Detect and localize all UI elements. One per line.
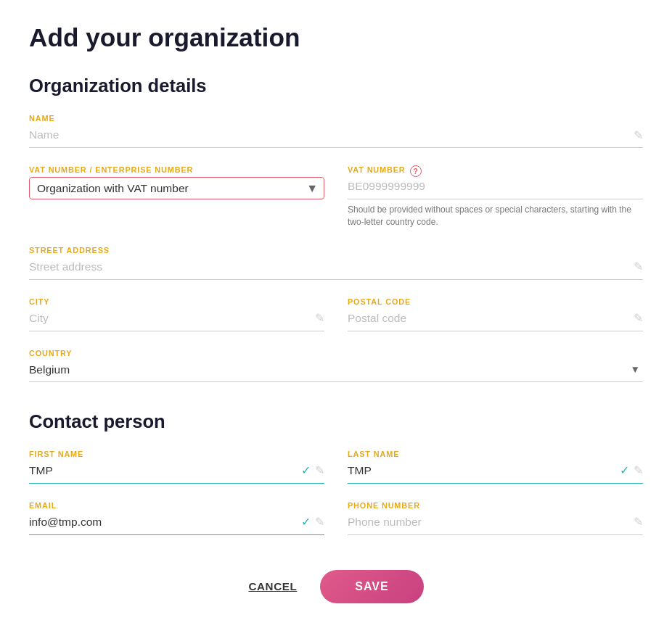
vat-number-help-icon[interactable]: ? <box>410 165 422 177</box>
street-address-field-row: STREET ADDRESS <box>29 246 643 280</box>
email-edit-icon <box>315 515 324 529</box>
phone-input[interactable] <box>348 513 629 532</box>
cancel-button[interactable]: CANCEL <box>248 580 297 592</box>
vat-enterprise-label: VAT NUMBER / ENTERPRISE NUMBER <box>29 165 324 174</box>
city-input-wrapper <box>29 309 324 331</box>
phone-input-wrapper <box>348 513 643 535</box>
last-name-input[interactable] <box>348 461 615 480</box>
street-address-label: STREET ADDRESS <box>29 246 643 255</box>
vat-enterprise-row: VAT NUMBER / ENTERPRISE NUMBER Organizat… <box>29 165 643 228</box>
first-name-input[interactable] <box>29 461 297 480</box>
vat-enterprise-select[interactable]: Organization with VAT number Organizatio… <box>37 182 316 194</box>
postal-code-col: POSTAL CODE <box>348 297 643 331</box>
organization-details-heading: Organization details <box>29 75 643 96</box>
name-input-wrapper <box>29 125 643 148</box>
organization-details-section: Organization details NAME VAT NUMBER / E… <box>29 75 643 382</box>
postal-code-input-wrapper <box>348 309 643 331</box>
email-check-icon <box>301 515 311 529</box>
last-name-edit-icon <box>634 463 643 477</box>
country-label: COUNTRY <box>29 349 643 358</box>
vat-number-label: VAT NUMBER <box>348 165 406 174</box>
city-edit-icon <box>315 311 324 325</box>
postal-code-edit-icon <box>634 311 643 325</box>
contact-person-heading: Contact person <box>29 411 643 432</box>
first-name-col: FIRST NAME <box>29 450 324 484</box>
name-input[interactable] <box>29 125 629 144</box>
email-input[interactable] <box>29 513 297 532</box>
phone-label: PHONE NUMBER <box>348 501 643 510</box>
postal-code-label: POSTAL CODE <box>348 297 643 306</box>
last-name-label: LAST NAME <box>348 450 643 458</box>
phone-edit-icon <box>634 515 643 529</box>
first-name-label: FIRST NAME <box>29 450 324 458</box>
page-title: Add your organization <box>29 23 643 52</box>
street-address-edit-icon <box>634 260 643 273</box>
phone-col: PHONE NUMBER <box>348 501 643 535</box>
vat-number-input[interactable] <box>348 177 643 196</box>
contact-person-section: Contact person FIRST NAME LAST NAME EMAI… <box>29 411 643 535</box>
last-name-col: LAST NAME <box>348 450 643 484</box>
vat-number-col: VAT NUMBER ? Should be provided without … <box>348 165 643 228</box>
email-phone-row: EMAIL PHONE NUMBER <box>29 501 643 535</box>
city-col: CITY <box>29 297 324 331</box>
country-field-row: COUNTRY Belgium Netherlands France Germa… <box>29 349 643 382</box>
save-button[interactable]: SAVE <box>320 570 423 603</box>
street-address-col: STREET ADDRESS <box>29 246 643 280</box>
postal-code-input[interactable] <box>348 309 629 328</box>
vat-number-hint: Should be provided without spaces or spe… <box>348 204 643 228</box>
city-label: CITY <box>29 297 324 306</box>
city-postal-row: CITY POSTAL CODE <box>29 297 643 331</box>
first-name-input-wrapper <box>29 461 324 484</box>
vat-number-input-wrapper <box>348 177 643 199</box>
country-select[interactable]: Belgium Netherlands France Germany Luxem… <box>29 360 643 379</box>
first-name-edit-icon <box>315 463 324 477</box>
name-row: FIRST NAME LAST NAME <box>29 450 643 484</box>
name-label: NAME <box>29 114 643 123</box>
city-input[interactable] <box>29 309 311 328</box>
email-input-wrapper <box>29 513 324 535</box>
last-name-input-wrapper <box>348 461 643 484</box>
vat-enterprise-select-wrapper: Organization with VAT number Organizatio… <box>29 177 324 199</box>
footer: CANCEL SAVE <box>29 570 643 621</box>
last-name-check-icon <box>620 463 629 477</box>
country-select-wrapper: Belgium Netherlands France Germany Luxem… <box>29 360 643 382</box>
street-address-input[interactable] <box>29 257 629 276</box>
country-col: COUNTRY Belgium Netherlands France Germa… <box>29 349 643 382</box>
name-field-col: NAME <box>29 114 643 148</box>
first-name-check-icon <box>301 463 311 477</box>
vat-enterprise-col: VAT NUMBER / ENTERPRISE NUMBER Organizat… <box>29 165 324 228</box>
street-address-input-wrapper <box>29 257 643 280</box>
name-edit-icon <box>634 128 643 142</box>
name-field-row: NAME <box>29 114 643 148</box>
email-label: EMAIL <box>29 501 324 510</box>
email-col: EMAIL <box>29 501 324 535</box>
